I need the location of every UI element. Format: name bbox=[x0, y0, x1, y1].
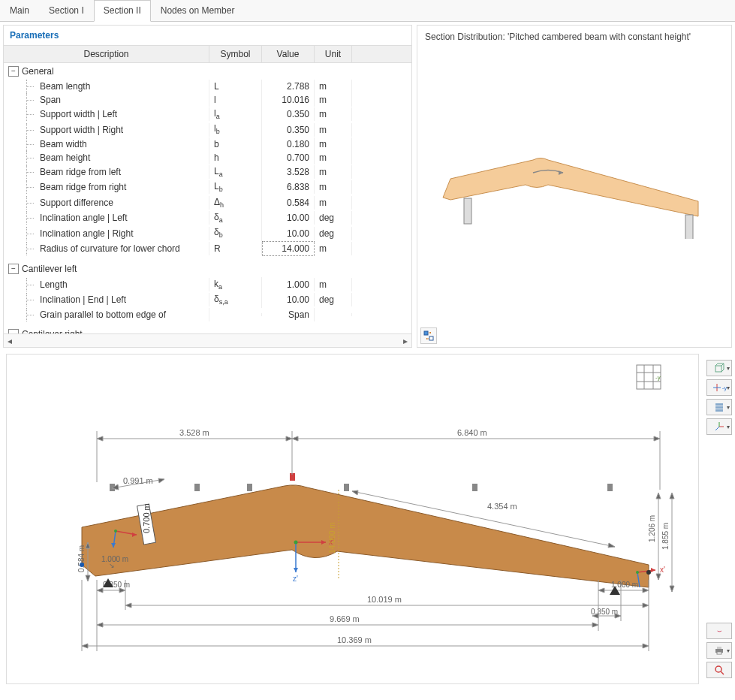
table-row[interactable]: Grain parallel to bottom edge ofSpan bbox=[4, 308, 411, 321]
cell-value[interactable]: 1.000 bbox=[262, 278, 315, 291]
table-row[interactable]: Spanl10.016m bbox=[4, 93, 411, 107]
grid-nav-icon[interactable]: -y bbox=[635, 364, 662, 391]
svg-marker-77 bbox=[643, 603, 649, 608]
table-row[interactable]: Inclination angle | Rightδb10.00deg bbox=[4, 225, 411, 240]
svg-text:10.019 m: 10.019 m bbox=[367, 595, 402, 604]
svg-marker-58 bbox=[656, 493, 661, 499]
cell-value[interactable]: 3.528 bbox=[262, 165, 315, 179]
group-row[interactable]: −Cantilever right bbox=[4, 326, 411, 333]
svg-point-17 bbox=[114, 530, 117, 533]
svg-rect-109 bbox=[715, 403, 723, 406]
svg-text:1.855 m: 1.855 m bbox=[661, 523, 670, 550]
cell-description: Beam ridge from right bbox=[4, 180, 209, 194]
drawing-panel[interactable]: -y 0.700 m x' x' bbox=[6, 354, 699, 684]
table-row[interactable]: Lengthka1.000m bbox=[4, 277, 411, 292]
svg-text:0.700 m: 0.700 m bbox=[142, 503, 151, 533]
col-value[interactable]: Value bbox=[262, 46, 315, 62]
cell-description: Beam length bbox=[4, 80, 209, 93]
table-row[interactable]: Inclination angle | Leftδa10.00deg bbox=[4, 210, 411, 225]
cell-description: Support width | Right bbox=[4, 123, 209, 137]
cell-value[interactable]: 10.00 bbox=[262, 227, 315, 240]
collapse-icon[interactable]: − bbox=[8, 264, 19, 274]
cell-value[interactable]: 0.350 bbox=[262, 107, 315, 121]
beam-preview-small bbox=[422, 119, 727, 239]
svg-rect-116 bbox=[717, 647, 721, 649]
cell-description: Inclination angle | Right bbox=[4, 227, 209, 240]
svg-text:0.350 m: 0.350 m bbox=[591, 608, 618, 616]
cell-symbol: l bbox=[209, 93, 262, 107]
svg-rect-34 bbox=[472, 484, 477, 491]
svg-text:0.991 m: 0.991 m bbox=[123, 476, 153, 485]
view-3d-button[interactable]: ▾ bbox=[706, 360, 732, 376]
table-row[interactable]: Beam lengthL2.788m bbox=[4, 80, 411, 93]
svg-rect-31 bbox=[194, 484, 200, 491]
cell-symbol: la bbox=[209, 107, 262, 122]
table-row[interactable]: Beam ridge from rightLb6.838m bbox=[4, 180, 411, 195]
cell-value[interactable]: 0.700 bbox=[262, 151, 315, 164]
svg-text:4.354 m: 4.354 m bbox=[487, 502, 517, 511]
group-row[interactable]: −Cantilever left bbox=[4, 261, 411, 277]
cell-unit: m bbox=[315, 80, 352, 93]
cell-value[interactable]: 2.788 bbox=[262, 80, 315, 93]
cell-unit: m bbox=[315, 196, 352, 210]
cell-unit: m bbox=[315, 180, 352, 194]
svg-marker-61 bbox=[670, 586, 674, 592]
cell-value[interactable]: 10.016 bbox=[262, 93, 315, 107]
col-symbol[interactable]: Symbol bbox=[209, 46, 262, 62]
table-row[interactable]: Support width | Rightlb0.350m bbox=[4, 122, 411, 137]
cell-value[interactable]: 0.584 bbox=[262, 196, 315, 210]
cell-unit: m bbox=[315, 151, 352, 164]
svg-text:0.584 m: 0.584 m bbox=[77, 545, 86, 572]
view-layers-button[interactable]: ▾ bbox=[706, 399, 732, 415]
tab-section-2[interactable]: Section II bbox=[94, 0, 151, 22]
table-row[interactable]: Beam widthb0.180m bbox=[4, 137, 411, 151]
group-label: General bbox=[22, 65, 54, 78]
cell-unit: m bbox=[315, 278, 352, 291]
cell-value[interactable]: 0.180 bbox=[262, 137, 315, 151]
collapse-icon[interactable]: − bbox=[8, 66, 19, 77]
print-button[interactable]: ▾ bbox=[706, 642, 732, 659]
cell-value[interactable]: 10.00 bbox=[262, 293, 315, 306]
table-row[interactable]: Support differenceΔh0.584m bbox=[4, 195, 411, 210]
parameters-table-body[interactable]: −GeneralBeam lengthL2.788mSpanl10.016mSu… bbox=[4, 63, 411, 333]
section-distribution-title: Section Distribution: 'Pitched cambered … bbox=[422, 30, 727, 44]
table-row[interactable]: Beam heighth0.700m bbox=[4, 151, 411, 164]
cell-value[interactable]: Span bbox=[262, 308, 315, 321]
svg-text:10.369 m: 10.369 m bbox=[337, 635, 372, 644]
col-unit[interactable]: Unit bbox=[315, 46, 352, 62]
col-description[interactable]: Description bbox=[4, 46, 209, 62]
cell-description: Inclination angle | Left bbox=[4, 211, 209, 225]
cell-value[interactable]: 0.350 bbox=[262, 123, 315, 137]
table-row[interactable]: Support width | Leftla0.350m bbox=[4, 107, 411, 122]
cell-unit: m bbox=[315, 165, 352, 179]
svg-rect-111 bbox=[715, 409, 723, 412]
table-header: Description Symbol Value Unit bbox=[4, 45, 411, 63]
tab-main[interactable]: Main bbox=[0, 0, 39, 21]
info-button[interactable]: ⌣ bbox=[706, 623, 732, 639]
svg-text:↘: ↘ bbox=[109, 562, 115, 569]
tab-nodes-on-member[interactable]: Nodes on Member bbox=[151, 0, 245, 21]
scroll-right-icon[interactable]: ▸ bbox=[399, 336, 411, 346]
tab-section-1[interactable]: Section I bbox=[39, 0, 94, 21]
svg-point-29 bbox=[294, 541, 298, 545]
view-axis-xyz-button[interactable]: ▾ bbox=[706, 418, 732, 435]
find-button[interactable] bbox=[706, 662, 732, 678]
table-row[interactable]: Radius of curvature for lower chordR14.0… bbox=[4, 241, 411, 256]
parameters-title: Parameters bbox=[4, 26, 411, 45]
svg-text:x': x' bbox=[660, 566, 665, 574]
group-row[interactable]: −General bbox=[4, 63, 411, 80]
scroll-left-icon[interactable]: ◂ bbox=[4, 336, 16, 346]
cell-value[interactable]: 6.838 bbox=[262, 180, 315, 194]
cell-symbol: h bbox=[209, 151, 262, 164]
cell-value[interactable]: 10.00 bbox=[262, 211, 315, 225]
table-row[interactable]: Beam ridge from leftLa3.528m bbox=[4, 164, 411, 180]
table-row[interactable]: Inclination | End | Leftδs,a10.00deg bbox=[4, 292, 411, 307]
cell-symbol: Lb bbox=[209, 180, 262, 195]
swap-view-button[interactable] bbox=[420, 327, 437, 344]
svg-text:9.669 m: 9.669 m bbox=[330, 614, 360, 623]
svg-rect-110 bbox=[715, 406, 723, 409]
horizontal-scrollbar[interactable]: ◂ ▸ bbox=[4, 333, 411, 347]
cell-value[interactable]: 14.000 bbox=[262, 241, 315, 256]
svg-rect-106 bbox=[715, 366, 721, 372]
view-axis-y-button[interactable]: -y▾ bbox=[706, 379, 732, 396]
